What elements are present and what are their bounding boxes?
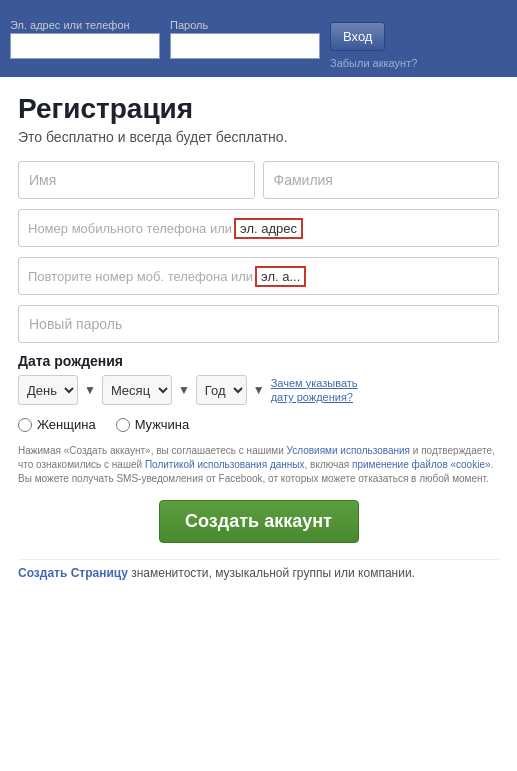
last-name-input[interactable] [263, 161, 500, 199]
create-account-button[interactable]: Создать аккаунт [159, 500, 359, 543]
terms-text: Нажимая «Создать аккаунт», вы соглашаете… [18, 444, 499, 486]
registration-title: Регистрация [18, 93, 499, 125]
dob-year-arrow: ▼ [253, 383, 265, 397]
name-row [18, 161, 499, 199]
bottom-link-section: Создать Страницу знаменитости, музыкальн… [18, 559, 499, 580]
terms-link[interactable]: Условиями использования [287, 445, 410, 456]
gender-row: Женщина Мужчина [18, 417, 499, 432]
header-password-input[interactable] [170, 33, 320, 59]
gender-male-radio[interactable] [116, 418, 130, 432]
header-email-input[interactable] [10, 33, 160, 59]
create-page-link[interactable]: Создать Страницу [18, 566, 128, 580]
login-button[interactable]: Вход [330, 22, 385, 51]
bottom-link-suffix: знаменитости, музыкальной группы или ком… [128, 566, 415, 580]
registration-subtitle: Это бесплатно и всегда будет бесплатно. [18, 129, 499, 145]
dob-label: Дата рождения [18, 353, 499, 369]
dob-month-select[interactable]: Месяц [102, 375, 172, 405]
dob-year-select[interactable]: Год [196, 375, 247, 405]
dob-section: Дата рождения День ▼ Месяц ▼ Год ▼ Зачем… [18, 353, 499, 405]
dob-day-select[interactable]: День [18, 375, 78, 405]
email-label: Эл. адрес или телефон [10, 19, 160, 31]
password-field-wrap [18, 305, 499, 343]
registration-form: Регистрация Это бесплатно и всегда будет… [0, 77, 517, 600]
phone-email-field-wrap: Номер мобильного телефона или эл. адрес [18, 209, 499, 247]
cookies-link[interactable]: применение файлов «cookie» [352, 459, 491, 470]
repeat-phone-email-field-wrap: Повторите номер моб. телефона или эл. а.… [18, 257, 499, 295]
first-name-input[interactable] [18, 161, 255, 199]
forgot-account-link[interactable]: Забыли аккаунт? [330, 57, 417, 69]
password-field-group: Пароль [170, 19, 320, 59]
password-label: Пароль [170, 19, 320, 31]
dob-row: День ▼ Месяц ▼ Год ▼ Зачем указывать дат… [18, 375, 499, 405]
gender-male-text: Мужчина [135, 417, 190, 432]
gender-female-text: Женщина [37, 417, 96, 432]
dob-month-arrow: ▼ [178, 383, 190, 397]
repeat-phone-email-input[interactable] [18, 257, 499, 295]
header: Эл. адрес или телефон Пароль Вход Забыли… [0, 0, 517, 77]
gender-male-label[interactable]: Мужчина [116, 417, 190, 432]
gender-female-radio[interactable] [18, 418, 32, 432]
email-field-group: Эл. адрес или телефон [10, 19, 160, 59]
new-password-input[interactable] [18, 305, 499, 343]
phone-email-input[interactable] [18, 209, 499, 247]
gender-female-label[interactable]: Женщина [18, 417, 96, 432]
dob-hint-link[interactable]: Зачем указывать дату рождения? [271, 376, 371, 405]
dob-day-arrow: ▼ [84, 383, 96, 397]
privacy-link[interactable]: Политикой использования данных [145, 459, 305, 470]
